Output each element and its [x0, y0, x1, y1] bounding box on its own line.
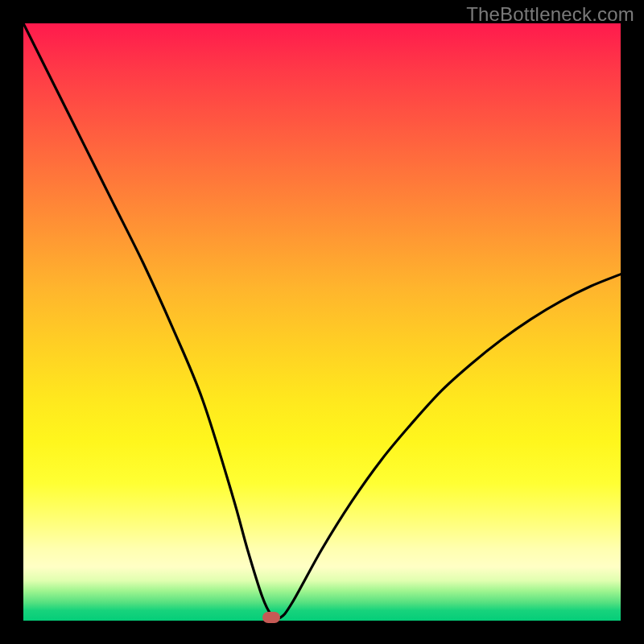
watermark-text: TheBottleneck.com: [466, 3, 634, 26]
chart-plot-area: [23, 23, 621, 621]
optimum-marker: [262, 612, 280, 623]
bottleneck-curve: [23, 23, 621, 621]
